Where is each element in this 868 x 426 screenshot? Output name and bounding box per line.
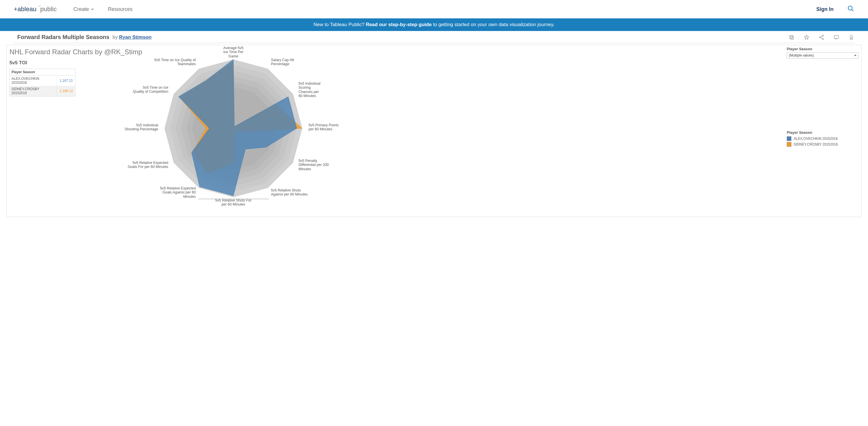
svg-text:5v5 Relative Shots Forper 60 M: 5v5 Relative Shots Forper 60 Minutes bbox=[215, 199, 251, 206]
svg-line-12 bbox=[820, 37, 823, 38]
svg-point-10 bbox=[823, 38, 824, 39]
toi-player: SIDNEY.CROSBY 20152016 bbox=[10, 86, 57, 96]
legend-swatch bbox=[787, 136, 792, 141]
svg-point-14 bbox=[850, 35, 852, 38]
player-season-legend: Player Season ALEX.OVECHKIN 20152016SIDN… bbox=[787, 130, 859, 147]
svg-text:5v5 Time on IceQuality of Comp: 5v5 Time on IceQuality of Competition bbox=[133, 86, 168, 94]
toi-table: Player Season ALEX.OVECHKIN 201520161,16… bbox=[9, 69, 75, 96]
legend-title: Player Season bbox=[787, 130, 859, 134]
table-row[interactable]: SIDNEY.CROSBY 201520161,188.12 bbox=[10, 86, 75, 96]
sign-in-link[interactable]: Sign In bbox=[816, 6, 834, 12]
chevron-down-icon bbox=[91, 6, 94, 12]
resources-link[interactable]: Resources bbox=[108, 6, 133, 12]
svg-text:public: public bbox=[40, 5, 57, 12]
star-icon[interactable] bbox=[804, 34, 809, 40]
create-menu[interactable]: Create bbox=[73, 6, 94, 12]
svg-text:5v5 IndividualShooting Percent: 5v5 IndividualShooting Percentage bbox=[125, 123, 158, 131]
svg-point-4 bbox=[848, 6, 852, 10]
toi-value: 1,167.21 bbox=[57, 78, 75, 84]
share-icon[interactable] bbox=[818, 34, 825, 40]
legend-item[interactable]: SIDNEY.CROSBY 20152016 bbox=[787, 142, 859, 147]
filter-value: (Multiple values) bbox=[789, 53, 814, 57]
legend-label: SIDNEY.CROSBY 20152016 bbox=[794, 142, 838, 146]
tableau-public-logo[interactable]: +ableau + + public bbox=[14, 4, 60, 14]
svg-line-5 bbox=[851, 9, 854, 11]
svg-line-11 bbox=[820, 36, 823, 37]
filter-label: Player Season bbox=[787, 47, 859, 51]
player-season-filter[interactable]: (Multiple values) bbox=[787, 52, 859, 59]
svg-text:Salary Cap HitPercentage: Salary Cap HitPercentage bbox=[271, 58, 294, 66]
svg-text:5v5 Time on Ice Quality ofTeam: 5v5 Time on Ice Quality ofTeammates bbox=[154, 58, 196, 66]
copy-icon[interactable] bbox=[789, 34, 795, 40]
legend-item[interactable]: ALEX.OVECHKIN 20152016 bbox=[787, 136, 859, 141]
legend-label: ALEX.OVECHKIN 20152016 bbox=[794, 136, 838, 141]
toi-player: ALEX.OVECHKIN 20152016 bbox=[10, 75, 57, 86]
svg-text:5v5 Relative ExpectedGoals For: 5v5 Relative ExpectedGoals For per 60 Mi… bbox=[128, 161, 168, 169]
search-icon[interactable] bbox=[847, 5, 854, 13]
svg-rect-7 bbox=[789, 35, 793, 38]
banner-suffix: to getting started on your own data visu… bbox=[432, 22, 555, 27]
top-nav: +ableau + + public Create Resources Sign… bbox=[0, 0, 868, 19]
divider bbox=[14, 43, 854, 43]
viz-header: Forward Radars Multiple Seasons by Ryan … bbox=[0, 31, 868, 43]
banner-prefix: New to Tableau Public? bbox=[313, 22, 366, 27]
svg-rect-13 bbox=[834, 35, 839, 38]
svg-text:5v5 IndividualScoringChances p: 5v5 IndividualScoringChances per60 Minut… bbox=[299, 82, 320, 98]
banner-bold: Read our step-by-step guide bbox=[366, 22, 432, 27]
viz-by: by bbox=[111, 34, 119, 40]
viz-author-link[interactable]: Ryan Stimson bbox=[119, 34, 152, 40]
toi-value: 1,188.12 bbox=[57, 88, 75, 94]
toi-table-header: Player Season bbox=[10, 69, 75, 75]
comment-icon[interactable] bbox=[834, 34, 839, 40]
award-icon[interactable] bbox=[848, 34, 854, 40]
svg-text:5v5 Relative ShotsAgainst per : 5v5 Relative ShotsAgainst per 60 Minutes bbox=[271, 188, 308, 196]
viz-actions bbox=[789, 34, 854, 40]
legend-swatch bbox=[787, 142, 792, 147]
table-row[interactable]: ALEX.OVECHKIN 201520161,167.21 bbox=[10, 75, 75, 86]
svg-text:Average 5v5Ice Time PerGame: Average 5v5Ice Time PerGame bbox=[223, 46, 243, 58]
svg-text:5v5 Relative ExpectedGoals Aga: 5v5 Relative ExpectedGoals Against per 6… bbox=[160, 186, 196, 199]
dashboard-frame: NHL Forward Radar Charts by @RK_Stimp 5v… bbox=[6, 45, 862, 217]
svg-rect-6 bbox=[791, 36, 794, 39]
right-column: Player Season (Multiple values) Player S… bbox=[787, 47, 859, 148]
svg-text:5v5 Primary Pointsper 60 Minut: 5v5 Primary Pointsper 60 Minutes bbox=[309, 123, 339, 131]
svg-point-8 bbox=[819, 37, 820, 38]
svg-point-9 bbox=[823, 35, 824, 36]
onboarding-banner[interactable]: New to Tableau Public? Read our step-by-… bbox=[0, 19, 868, 31]
svg-text:5v5 PenaltyDifferential per 20: 5v5 PenaltyDifferential per 200Minutes bbox=[299, 159, 329, 171]
svg-text:+ableau: +ableau bbox=[14, 5, 36, 12]
viz-title: Forward Radars Multiple Seasons bbox=[17, 34, 110, 40]
resources-label: Resources bbox=[108, 6, 133, 12]
create-label: Create bbox=[73, 6, 89, 12]
radar-chart[interactable]: Average 5v5Ice Time PerGameSalary Cap Hi… bbox=[124, 48, 331, 209]
